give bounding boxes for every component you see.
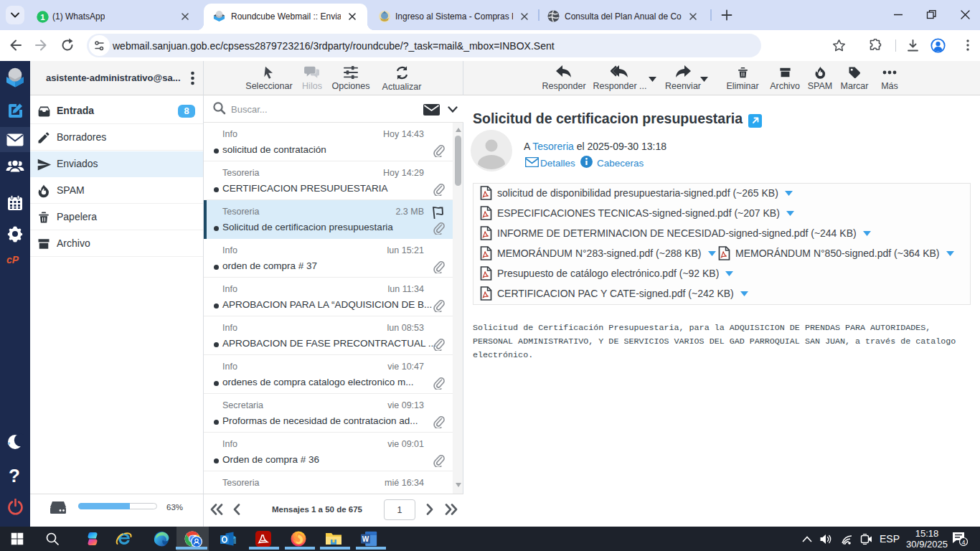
svg-text:W: W (362, 535, 369, 543)
svg-text:1: 1 (40, 13, 45, 22)
svg-text:4: 4 (961, 539, 965, 546)
